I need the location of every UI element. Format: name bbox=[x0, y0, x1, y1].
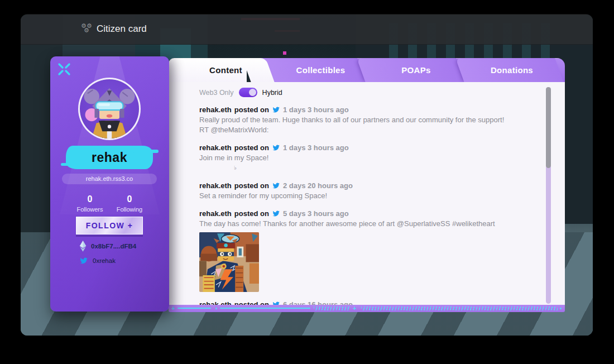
scene-neon-light bbox=[283, 51, 286, 55]
toggle-knob bbox=[249, 89, 256, 96]
post-action-label: posted on bbox=[234, 106, 269, 114]
post-text-line: RT @theMatrixWorld: bbox=[199, 125, 565, 135]
post-action-label: posted on bbox=[234, 300, 269, 305]
following-stat: 0 Following bbox=[105, 194, 154, 213]
citizen-profile-panel: rehak rehak.eth.rss3.co 0 Followers 0 Fo… bbox=[50, 56, 169, 312]
post-timestamp: 1 days 3 hours ago bbox=[283, 143, 349, 152]
post-body: The day has come! Thanks for another awe… bbox=[199, 219, 565, 229]
deco-line bbox=[178, 308, 211, 309]
post-text-line: The day has come! Thanks for another awe… bbox=[199, 219, 565, 229]
post-timestamp: 2 days 20 hours ago bbox=[283, 181, 353, 190]
feed-scroll-area: Web3 Only Hybrid rehak.eth posted on 1 d… bbox=[169, 82, 565, 305]
post-timestamp: 5 days 3 hours ago bbox=[283, 209, 349, 218]
avatar[interactable] bbox=[78, 78, 141, 140]
name-brush-stroke: rehak bbox=[66, 146, 153, 169]
tab-bar: Content Collectibles POAPs Donations bbox=[169, 58, 565, 82]
feed-filter-row: Web3 Only Hybrid bbox=[199, 88, 565, 97]
following-label: Following bbox=[105, 206, 154, 213]
twitter-handle-row[interactable]: 0xrehak bbox=[79, 256, 116, 266]
feed-post: rehak.eth posted on 2 days 20 hours ago … bbox=[199, 180, 565, 201]
post-action-label: posted on bbox=[234, 209, 269, 218]
post-text-line: Really proud of the team. Huge thanks to… bbox=[199, 115, 565, 125]
screenshot-stage: ⚙⚙⚙ Citizen card bbox=[0, 0, 614, 364]
feed-list: Web3 Only Hybrid rehak.eth posted on 1 d… bbox=[199, 88, 565, 305]
twitter-handle: 0xrehak bbox=[93, 257, 116, 264]
rns-address-pill[interactable]: rehak.eth.rss3.co bbox=[62, 174, 157, 184]
feed-post: rehak.eth posted on 5 days 3 hours ago T… bbox=[199, 208, 565, 292]
post-header: rehak.eth posted on 1 days 3 hours ago bbox=[199, 142, 565, 152]
deco-dot bbox=[215, 308, 217, 309]
post-header: rehak.eth posted on 6 days 16 hours ago bbox=[199, 299, 565, 305]
content-panel: Content Collectibles POAPs Donations Web… bbox=[169, 58, 565, 312]
web3-only-label: Web3 Only bbox=[199, 89, 234, 97]
post-body: Set a reminder for my upcoming Space! bbox=[199, 191, 565, 201]
following-count: 0 bbox=[105, 194, 154, 204]
deco-hatch bbox=[314, 306, 350, 310]
game-window: ⚙⚙⚙ Citizen card bbox=[21, 14, 593, 336]
twitter-icon bbox=[272, 210, 280, 217]
title-bar: ⚙⚙⚙ Citizen card bbox=[21, 15, 593, 45]
window-title: Citizen card bbox=[97, 23, 147, 35]
feed-post: rehak.eth posted on 1 days 3 hours ago R… bbox=[199, 104, 565, 135]
tab-poaps-label[interactable]: POAPs bbox=[367, 58, 466, 82]
post-attachment-image[interactable] bbox=[199, 232, 259, 292]
post-header: rehak.eth posted on 2 days 20 hours ago bbox=[199, 180, 565, 190]
tab-donations-label[interactable]: Donations bbox=[463, 58, 561, 82]
post-text-line: Join me in my Space! bbox=[199, 153, 565, 163]
post-author: rehak.eth bbox=[199, 209, 232, 218]
hybrid-label: Hybrid bbox=[262, 89, 282, 97]
twitter-icon bbox=[79, 257, 88, 265]
twitter-icon bbox=[272, 144, 280, 151]
scrollbar-thumb[interactable] bbox=[546, 87, 551, 168]
post-author: rehak.eth bbox=[199, 106, 232, 114]
gears-cluster-icon: ⚙⚙⚙ bbox=[81, 23, 94, 35]
post-action-label: posted on bbox=[234, 181, 269, 190]
post-text-line: Set a reminder for my upcoming Space! bbox=[199, 191, 565, 201]
deco-line bbox=[220, 308, 310, 309]
tab-content-label[interactable]: Content bbox=[177, 58, 275, 82]
post-action-label: posted on bbox=[234, 143, 269, 152]
panel-bottom-deco-bar bbox=[169, 305, 565, 312]
tab-collectibles-label[interactable]: Collectibles bbox=[271, 58, 370, 82]
post-header: rehak.eth posted on 5 days 3 hours ago bbox=[199, 208, 565, 218]
post-body: Join me in my Space!♭ bbox=[199, 153, 565, 173]
scrollbar-track bbox=[546, 87, 551, 304]
nft-artwork bbox=[199, 232, 259, 292]
close-icon[interactable] bbox=[57, 62, 71, 76]
deco-hatch bbox=[361, 306, 558, 310]
post-author: rehak.eth bbox=[199, 181, 232, 190]
plus-mark-icon bbox=[171, 305, 175, 312]
follow-button[interactable]: FOLLOW + bbox=[76, 217, 143, 234]
deco-dot bbox=[560, 308, 562, 309]
post-timestamp: 6 days 16 hours ago bbox=[283, 300, 353, 305]
post-author: rehak.eth bbox=[199, 300, 232, 305]
post-text-line: ♭ bbox=[199, 163, 565, 173]
avatar-character-art bbox=[80, 79, 139, 138]
twitter-icon bbox=[272, 106, 280, 113]
feed-post: rehak.eth posted on 1 days 3 hours ago J… bbox=[199, 142, 565, 173]
wallet-address-row[interactable]: 0x8bF7....dFB4 bbox=[79, 241, 136, 251]
wallet-address: 0x8bF7....dFB4 bbox=[91, 243, 136, 250]
plus-mark-icon bbox=[353, 305, 356, 312]
twitter-icon bbox=[272, 301, 280, 305]
citizen-name: rehak bbox=[92, 150, 127, 165]
post-header: rehak.eth posted on 1 days 3 hours ago bbox=[199, 104, 565, 114]
post-author: rehak.eth bbox=[199, 143, 232, 152]
hybrid-toggle[interactable] bbox=[239, 88, 257, 97]
post-body: Really proud of the team. Huge thanks to… bbox=[199, 115, 565, 135]
post-timestamp: 1 days 3 hours ago bbox=[283, 106, 349, 114]
twitter-icon bbox=[272, 182, 280, 189]
ethereum-icon bbox=[79, 241, 87, 252]
feed-post: rehak.eth posted on 6 days 16 hours ago bbox=[199, 299, 565, 305]
